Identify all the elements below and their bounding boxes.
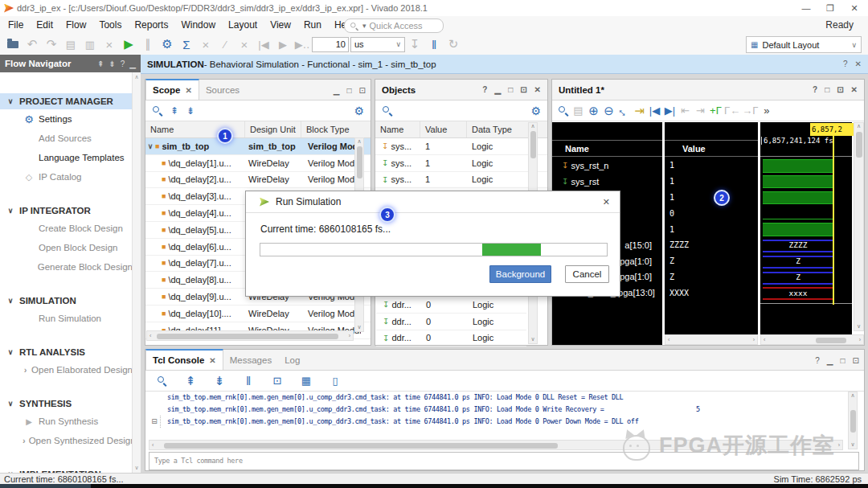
close-icon[interactable]: ✕ — [851, 85, 858, 94]
gear-icon[interactable]: ⚙ — [530, 105, 541, 117]
flow-item-language-templates[interactable]: Language Templates — [0, 148, 133, 167]
wave-cursor-line[interactable] — [833, 136, 834, 305]
expand-all-icon[interactable]: ⇟ — [186, 105, 194, 117]
flow-section-synthesis[interactable]: ∨ SYNTHESIS — [0, 396, 133, 412]
table-row[interactable]: ■ \dq_delay[10].... WireDelay Verilog Mo… — [145, 306, 371, 322]
menu-item[interactable]: Layout — [222, 16, 264, 34]
layout-selector[interactable]: ▦ Default Layout ∨ — [746, 36, 862, 53]
zoom-fit-icon[interactable]: ↔ — [613, 100, 634, 121]
table-row[interactable]: ↧ddr... 0 Logic — [376, 297, 526, 314]
float-icon[interactable]: ⊡ — [853, 356, 859, 365]
gear-icon[interactable]: ⚙ — [354, 105, 364, 117]
flow-section-simulation[interactable]: ∨ SIMULATION — [0, 293, 133, 309]
maximize-icon[interactable]: □ — [825, 85, 829, 94]
flow-item-generate-block-design[interactable]: Generate Block Design — [0, 257, 133, 277]
fold-icon[interactable]: ⊟ — [149, 416, 161, 428]
flow-section-rtl-analysis[interactable]: ∨ RTL ANALYSIS — [0, 344, 133, 360]
sum-icon[interactable]: Σ — [178, 36, 194, 52]
next-transition-icon[interactable]: ▶| — [663, 103, 677, 119]
table-row[interactable]: ∨ ■ sim_tb_top sim_tb_top Verilog Module — [145, 138, 371, 155]
flow-item-settings[interactable]: ⚙ Settings — [0, 109, 133, 129]
menu-item[interactable]: Flow — [59, 16, 92, 34]
table-row[interactable]: ↧ddr... 0 Logic — [376, 330, 526, 347]
wave-signal-row[interactable]: ↧ sys_rst 1 — [552, 174, 853, 190]
run-all-icon[interactable]: ▶ — [275, 36, 291, 52]
menu-item[interactable]: Edit — [30, 16, 59, 34]
help-icon[interactable]: ? — [813, 85, 817, 94]
minimize-icon[interactable]: ▁ — [334, 86, 340, 95]
menu-item[interactable]: View — [264, 16, 297, 34]
maximize-icon[interactable]: □ — [347, 86, 352, 95]
sim-runtime-unit-select[interactable]: us ∨ — [350, 37, 405, 52]
minimize-icon[interactable]: ▁ — [129, 59, 136, 68]
flow-section-project-manager[interactable]: ∨ PROJECT MANAGER — [0, 93, 133, 109]
restart-sim-icon[interactable]: |◀ — [256, 36, 272, 52]
flow-item-run-simulation[interactable]: Run Simulation — [0, 309, 133, 328]
help-icon[interactable]: ? — [482, 85, 487, 94]
sim-runtime-input[interactable]: 10 — [312, 37, 349, 52]
step-icon[interactable]: ∥ — [140, 36, 156, 52]
run-icon[interactable]: ▶ — [121, 36, 137, 52]
previous-transition-icon[interactable]: |◀ — [648, 103, 661, 119]
menu-item[interactable]: Run — [297, 16, 328, 34]
wave-hscrollbar[interactable]: ‹ › — [760, 334, 864, 345]
float-icon[interactable]: ⊡ — [837, 85, 843, 94]
quick-access-input[interactable]: ▾ Quick Access — [344, 18, 444, 33]
search-icon[interactable] — [154, 373, 170, 389]
cut-icon[interactable]: × — [198, 36, 214, 52]
wave-signal-row[interactable]: ↧ sys_rst_n 1 — [552, 158, 853, 174]
help-icon[interactable]: ? — [843, 59, 848, 68]
tab-sources[interactable]: Sources — [199, 80, 246, 100]
redo-icon[interactable]: ↷ — [43, 36, 59, 52]
tree-arrow-icon[interactable]: ∨ — [145, 142, 155, 150]
copy-icon[interactable]: ⊡ — [269, 373, 285, 389]
flow-item-open-synthesized-design[interactable]: › Open Synthesized Design — [0, 431, 133, 450]
tcl-vertical-scrollbar[interactable]: ∧ ∨ — [848, 392, 858, 449]
cross-icon[interactable]: × — [236, 36, 252, 52]
flow-item-create-block-design[interactable]: Create Block Design — [0, 219, 133, 238]
delete-icon[interactable]: × — [101, 36, 117, 52]
overflow-icon[interactable]: » — [760, 103, 773, 119]
close-icon[interactable]: ✕ — [534, 85, 541, 94]
table-row[interactable]: ↧sys... 1 Logic — [375, 138, 547, 155]
close-icon[interactable]: ✕ — [603, 197, 610, 207]
copy-icon[interactable]: ▥ — [82, 36, 98, 52]
tab-tcl-console[interactable]: Tcl Console ✕ — [145, 349, 223, 370]
next-marker-icon[interactable]: →Γ — [742, 103, 758, 119]
search-icon[interactable] — [556, 103, 570, 119]
report-icon[interactable]: ▤ — [63, 36, 79, 52]
close-button[interactable]: ✕ — [842, 1, 866, 15]
maximize-button[interactable]: ❐ — [818, 1, 842, 15]
minimize-button[interactable]: — — [794, 1, 818, 15]
settings-gear-icon[interactable]: ⚙ — [159, 36, 175, 52]
swap-left-icon[interactable]: ⇤ — [678, 103, 692, 119]
flow-item-run-synthesis[interactable]: ▶ Run Synthesis — [0, 412, 133, 431]
tab-log[interactable]: Log — [278, 351, 306, 370]
cancel-button[interactable]: Cancel — [565, 265, 609, 283]
collapse-all-icon[interactable]: ⇞ — [182, 373, 199, 389]
flow-item-open-block-design[interactable]: Open Block Design — [0, 238, 133, 257]
go-to-cursor-icon[interactable]: ⇥ — [633, 103, 646, 119]
undo-icon[interactable]: ↶ — [24, 36, 40, 52]
swap-right-icon[interactable]: ⇥ — [694, 103, 707, 119]
help-icon[interactable]: ? — [815, 356, 820, 365]
flow-item-open-elaborated-design[interactable]: › Open Elaborated Design — [0, 360, 133, 379]
tab-scope[interactable]: Scope ✕ — [145, 79, 199, 100]
minimize-icon[interactable]: ▁ — [827, 356, 833, 365]
minimize-icon[interactable]: ▁ — [494, 85, 501, 94]
search-icon[interactable] — [152, 105, 162, 116]
flow-item-ip-catalog[interactable]: ◇ IP Catalog — [0, 167, 133, 187]
scope-horizontal-scrollbar[interactable]: ‹ › — [146, 330, 354, 341]
pause-icon[interactable]: ‖ — [426, 36, 442, 52]
open-recent-icon[interactable] — [5, 36, 21, 52]
background-button[interactable]: Background — [489, 265, 551, 283]
table-row[interactable]: ↧sys... 1 Logic — [375, 172, 547, 189]
float-icon[interactable]: ⊡ — [520, 85, 526, 94]
table-row[interactable]: ■ \dq_delay[2].u... WireDelay Verilog Mo… — [145, 172, 371, 189]
table-row[interactable]: ↧ddr... 0 Logic — [376, 314, 526, 330]
flow-navigator-scrollbar[interactable]: ∧ ∨ — [132, 72, 141, 473]
dialog-titlebar[interactable]: Run Simulation ✕ — [246, 191, 620, 213]
trash-icon[interactable]: ▯ — [327, 373, 343, 389]
search-icon[interactable] — [382, 105, 392, 116]
wave-value-hscrollbar[interactable]: ‹› — [665, 334, 758, 345]
